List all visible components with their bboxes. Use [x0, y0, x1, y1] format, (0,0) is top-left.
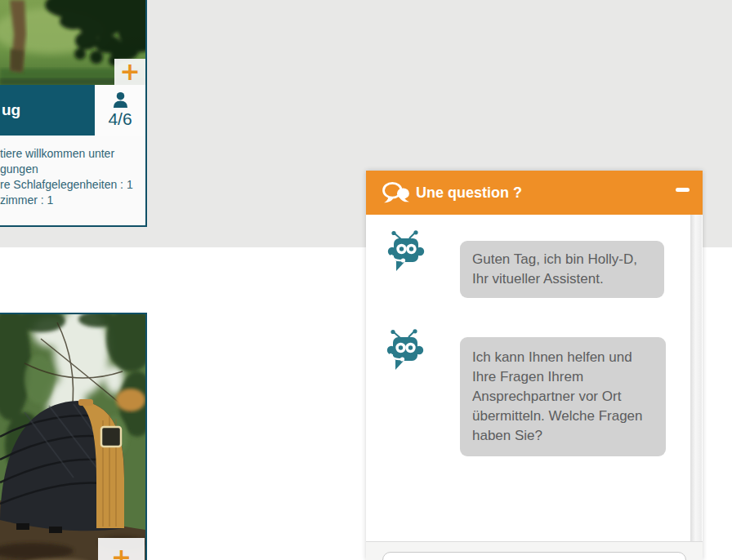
chat-input-bar	[366, 541, 703, 560]
plus-icon: +	[119, 60, 140, 83]
add-listing-button-2[interactable]: +	[98, 538, 145, 560]
listing-photo-lawn: +	[0, 0, 145, 85]
chat-scrollbar[interactable]	[690, 215, 702, 541]
chat-message-input[interactable]	[382, 552, 686, 560]
chat-minimize-button[interactable]	[672, 182, 692, 197]
robot-avatar	[386, 230, 425, 273]
capacity-value: 4/6	[108, 109, 132, 129]
chat-header[interactable]: Une question ?	[366, 171, 703, 215]
listing-photo-pod: +	[0, 314, 145, 560]
chat-widget: Une question ?	[366, 171, 703, 560]
chat-message: Ich kann Ihnen helfen und Ihre Fragen Ih…	[460, 337, 666, 456]
listing-title: ug	[2, 101, 20, 119]
listing-description: tiere willkommen unter gungen re Schlafg…	[0, 136, 145, 208]
description-line: re Schlafgelegenheiten : 1	[0, 177, 142, 193]
description-line: zimmer : 1	[0, 193, 142, 208]
chat-message-area: Guten Tag, ich bin Holly-D, Ihr vituelle…	[366, 215, 703, 541]
listing-title-bar: ug	[0, 85, 95, 136]
robot-avatar	[386, 329, 424, 371]
listing-card-2[interactable]: +	[0, 313, 147, 560]
chat-message: Guten Tag, ich bin Holly-D, Ihr vituelle…	[460, 241, 664, 298]
add-listing-button[interactable]: +	[114, 59, 145, 85]
description-line: gungen	[0, 162, 142, 177]
listing-card-1[interactable]: + ug 4/6 tiere willkommen unter gungen r…	[0, 0, 147, 227]
chat-title: Une question ?	[416, 184, 522, 202]
minus-icon	[676, 188, 690, 192]
robot-icon	[386, 230, 425, 273]
plus-icon: +	[111, 546, 132, 560]
capacity-badge: 4/6	[95, 85, 145, 136]
robot-icon	[386, 329, 424, 371]
listing-header-row: ug 4/6	[0, 85, 145, 136]
description-line: tiere willkommen unter	[0, 146, 142, 162]
person-icon	[112, 91, 129, 109]
speech-bubbles-icon	[381, 180, 412, 205]
